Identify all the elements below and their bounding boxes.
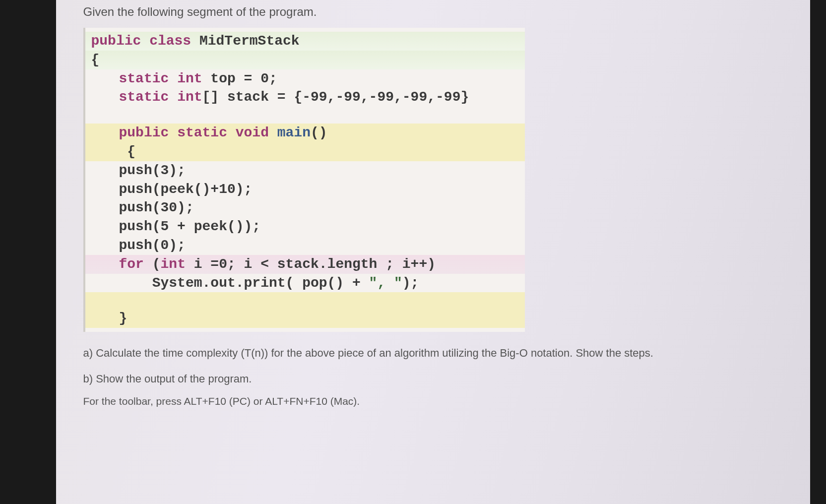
- print-call-b: );: [402, 275, 419, 291]
- paren: (: [152, 256, 161, 272]
- code-line-2: {: [85, 51, 525, 69]
- push-call: push(peek()+10);: [119, 182, 253, 197]
- method-main: main: [277, 125, 311, 140]
- keyword-static: static: [119, 89, 178, 105]
- string-literal: ", ": [369, 275, 402, 291]
- code-line-9: push(30);: [85, 198, 525, 217]
- type-int: int: [177, 71, 210, 86]
- code-line-14: }: [85, 309, 525, 328]
- for-body: i =0; i < stack.length ; i++): [194, 256, 436, 272]
- open-brace: {: [119, 144, 136, 159]
- blank-line: [85, 292, 525, 309]
- open-brace: {: [91, 52, 100, 67]
- code-line-4: static int[] stack = {-99,-99,-99,-99,-9…: [85, 88, 525, 107]
- push-call: push(30);: [119, 200, 194, 215]
- class-name: MidTermStack: [199, 33, 300, 49]
- parens: (): [311, 125, 327, 140]
- code-block: public class MidTermStack { static int t…: [83, 28, 525, 332]
- keyword-public: public: [91, 33, 150, 49]
- code-line-3: static int top = 0;: [85, 69, 525, 88]
- keyword-for: for: [119, 256, 152, 272]
- blank-line: [85, 107, 525, 124]
- question-b: b) Show the output of the program.: [83, 373, 795, 385]
- code-line-12: for (int i =0; i < stack.length ; i++): [85, 255, 525, 274]
- code-line-10: push(5 + peek());: [85, 217, 525, 236]
- code-line-5: public static void main(): [85, 124, 525, 142]
- document-page: Given the following segment of the progr…: [56, 0, 810, 504]
- var-stack: [] stack = {-99,-99,-99,-99,-99}: [202, 89, 469, 105]
- push-call: push(5 + peek());: [119, 219, 261, 234]
- keyword-void: void: [236, 125, 277, 140]
- print-call-a: System.out.print( pop() +: [119, 275, 369, 291]
- type-int: int: [177, 89, 202, 105]
- code-line-6: {: [85, 142, 525, 161]
- code-line-1: public class MidTermStack: [85, 32, 525, 51]
- push-call: push(0);: [119, 238, 186, 253]
- type-int: int: [161, 256, 194, 272]
- keyword-static: static: [119, 71, 178, 86]
- var-top: top = 0;: [210, 71, 277, 86]
- close-brace: }: [119, 311, 127, 326]
- code-line-8: push(peek()+10);: [85, 180, 525, 199]
- push-call: push(3);: [119, 163, 186, 178]
- code-line-11: push(0);: [85, 236, 525, 255]
- keyword-class: class: [149, 33, 199, 49]
- keyword-public: public: [119, 125, 178, 140]
- question-a: a) Calculate the time complexity (T(n)) …: [83, 347, 795, 360]
- keyword-static: static: [177, 125, 236, 140]
- toolbar-hint: For the toolbar, press ALT+F10 (PC) or A…: [83, 395, 795, 407]
- code-line-7: push(3);: [85, 161, 525, 180]
- intro-text: Given the following segment of the progr…: [83, 5, 795, 19]
- code-line-13: System.out.print( pop() + ", ");: [85, 274, 525, 293]
